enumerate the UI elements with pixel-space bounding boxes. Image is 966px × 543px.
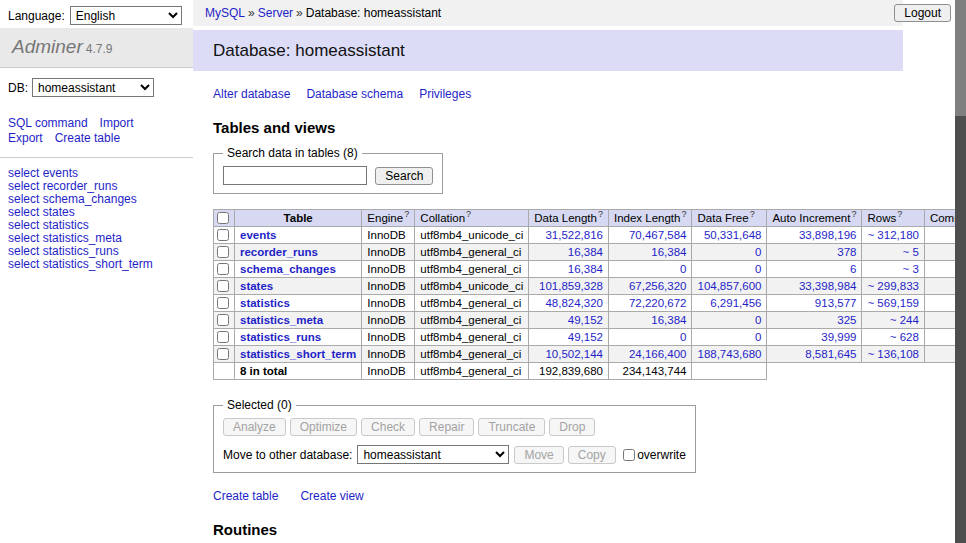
breadcrumb-separator: » <box>296 6 303 20</box>
breadcrumb-link-mysql[interactable]: MySQL <box>205 6 245 20</box>
data-length-link[interactable]: 16,384 <box>568 263 603 275</box>
analyze-button[interactable]: Analyze <box>223 418 286 436</box>
help-link[interactable]: ? <box>466 209 471 219</box>
table-link-recorder_runs[interactable]: recorder_runs <box>240 246 318 258</box>
db-action-link-alter-database[interactable]: Alter database <box>213 87 290 101</box>
index-length-link[interactable]: 0 <box>680 331 686 343</box>
table-link-statistics_short_term[interactable]: statistics_short_term <box>240 348 356 360</box>
sidebar-link-export[interactable]: Export <box>8 131 43 145</box>
auto-increment-link[interactable]: 913,577 <box>815 297 857 309</box>
help-link[interactable]: ? <box>897 209 902 219</box>
row-checkbox-statistics[interactable] <box>217 297 229 309</box>
rows-link[interactable]: ~ 244 <box>890 314 919 326</box>
collation-cell: utf8mb4_general_ci <box>415 329 529 346</box>
collation-cell: utf8mb4_unicode_ci <box>415 227 529 244</box>
db-action-link-privileges[interactable]: Privileges <box>419 87 471 101</box>
row-checkbox-statistics_short_term[interactable] <box>217 348 229 360</box>
help-link[interactable]: ? <box>750 209 755 219</box>
drop-button[interactable]: Drop <box>549 418 595 436</box>
vertical-scrollbar[interactable] <box>955 0 966 543</box>
rows-link[interactable]: ~ 5 <box>903 246 919 258</box>
row-checkbox-schema_changes[interactable] <box>217 263 229 275</box>
breadcrumb-link-server[interactable]: Server <box>258 6 293 20</box>
sidebar-table-link-select-statistics-short-term[interactable]: select statistics_short_term <box>8 258 185 271</box>
row-checkbox-states[interactable] <box>217 280 229 292</box>
auto-increment-link[interactable]: 8,581,645 <box>805 348 856 360</box>
rows-link[interactable]: ~ 3 <box>903 263 919 275</box>
help-link[interactable]: ? <box>681 209 686 219</box>
help-link[interactable]: ? <box>404 209 409 219</box>
data-length-link[interactable]: 16,384 <box>568 246 603 258</box>
table-link-events[interactable]: events <box>240 229 276 241</box>
select-all-checkbox[interactable] <box>217 212 229 224</box>
search-input[interactable] <box>223 166 367 185</box>
db-action-link-database-schema[interactable]: Database schema <box>306 87 403 101</box>
search-button[interactable]: Search <box>375 167 433 185</box>
auto-increment-link[interactable]: 33,898,196 <box>799 229 857 241</box>
db-select[interactable]: homeassistant <box>32 78 154 97</box>
index-length-link[interactable]: 16,384 <box>651 246 686 258</box>
rows-link[interactable]: ~ 628 <box>890 331 919 343</box>
row-checkbox-statistics_meta[interactable] <box>217 314 229 326</box>
data-length-link[interactable]: 49,152 <box>568 331 603 343</box>
data-free-link[interactable]: 188,743,680 <box>697 348 761 360</box>
data-length-link[interactable]: 49,152 <box>568 314 603 326</box>
table-link-states[interactable]: states <box>240 280 273 292</box>
overwrite-label: overwrite <box>637 448 686 462</box>
help-link[interactable]: ? <box>598 209 603 219</box>
data-length-link[interactable]: 48,824,320 <box>545 297 603 309</box>
move-button[interactable]: Move <box>514 446 563 464</box>
logout-button[interactable]: Logout <box>894 4 951 22</box>
rows-link[interactable]: ~ 569,159 <box>867 297 918 309</box>
scrollbar-thumb[interactable] <box>955 0 966 116</box>
copy-button[interactable]: Copy <box>568 446 616 464</box>
auto-increment-link[interactable]: 378 <box>837 246 856 258</box>
index-length-link[interactable]: 72,220,672 <box>629 297 687 309</box>
table-link-schema_changes[interactable]: schema_changes <box>240 263 336 275</box>
data-length-link[interactable]: 101,859,328 <box>539 280 603 292</box>
data-length-link[interactable]: 10,502,144 <box>545 348 603 360</box>
data-free-link[interactable]: 6,291,456 <box>710 297 761 309</box>
help-link[interactable]: ? <box>851 209 856 219</box>
language-select[interactable]: English <box>70 6 182 25</box>
row-checkbox-recorder_runs[interactable] <box>217 246 229 258</box>
rows-link[interactable]: ~ 299,833 <box>867 280 918 292</box>
row-checkbox-events[interactable] <box>217 229 229 241</box>
data-free-link[interactable]: 104,857,600 <box>697 280 761 292</box>
sidebar-link-import[interactable]: Import <box>100 116 134 130</box>
rows-link[interactable]: ~ 312,180 <box>867 229 918 241</box>
rows-link[interactable]: ~ 136,108 <box>867 348 918 360</box>
table-link-statistics[interactable]: statistics <box>240 297 290 309</box>
optimize-button[interactable]: Optimize <box>290 418 357 436</box>
index-length-link[interactable]: 24,166,400 <box>629 348 687 360</box>
sidebar-link-sql-command[interactable]: SQL command <box>8 116 88 130</box>
sidebar-link-create-table[interactable]: Create table <box>55 131 120 145</box>
data-free-link[interactable]: 0 <box>755 246 761 258</box>
index-length-link[interactable]: 67,256,320 <box>629 280 687 292</box>
table-row-statistics_short_term: statistics_short_termInnoDButf8mb4_gener… <box>214 346 966 363</box>
move-db-select[interactable]: homeassistant <box>357 445 509 464</box>
row-checkbox-statistics_runs[interactable] <box>217 331 229 343</box>
auto-increment-link[interactable]: 33,398,984 <box>799 280 857 292</box>
column-header-auto-increment: Auto Increment? <box>767 210 862 227</box>
table-link-statistics_meta[interactable]: statistics_meta <box>240 314 323 326</box>
overwrite-checkbox[interactable] <box>623 449 635 461</box>
total-data-free-cell <box>692 363 767 380</box>
auto-increment-link[interactable]: 6 <box>850 263 856 275</box>
data-free-link[interactable]: 0 <box>755 314 761 326</box>
auto-increment-link[interactable]: 39,999 <box>821 331 856 343</box>
index-length-link[interactable]: 70,467,584 <box>629 229 687 241</box>
index-length-link[interactable]: 0 <box>680 263 686 275</box>
create-link-create-table[interactable]: Create table <box>213 489 278 503</box>
data-free-link[interactable]: 50,331,648 <box>704 229 762 241</box>
data-length-link[interactable]: 31,522,816 <box>545 229 603 241</box>
repair-button[interactable]: Repair <box>419 418 474 436</box>
data-free-link[interactable]: 0 <box>755 263 761 275</box>
truncate-button[interactable]: Truncate <box>478 418 545 436</box>
auto-increment-link[interactable]: 325 <box>837 314 856 326</box>
table-link-statistics_runs[interactable]: statistics_runs <box>240 331 321 343</box>
check-button[interactable]: Check <box>361 418 415 436</box>
index-length-link[interactable]: 16,384 <box>651 314 686 326</box>
data-free-link[interactable]: 0 <box>755 331 761 343</box>
create-link-create-view[interactable]: Create view <box>300 489 363 503</box>
